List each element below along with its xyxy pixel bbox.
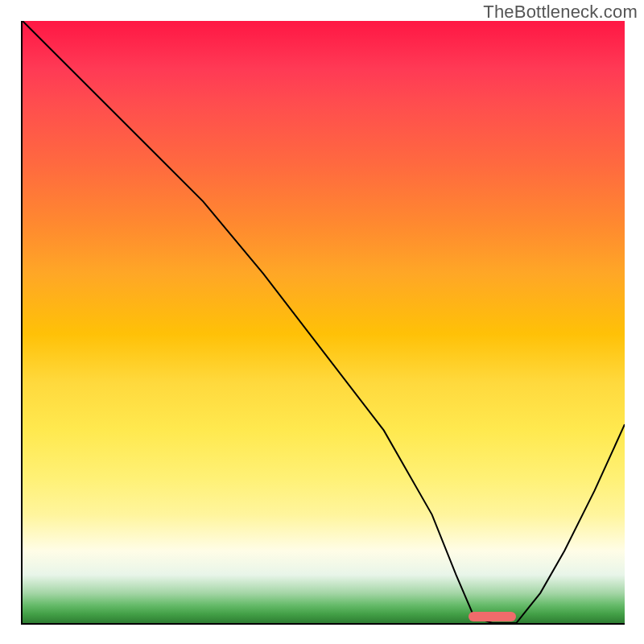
bottleneck-curve (23, 21, 625, 623)
optimal-marker (469, 612, 517, 621)
watermark-text: TheBottleneck.com (483, 2, 638, 23)
plot-area (21, 21, 625, 625)
curve-path (23, 21, 625, 623)
